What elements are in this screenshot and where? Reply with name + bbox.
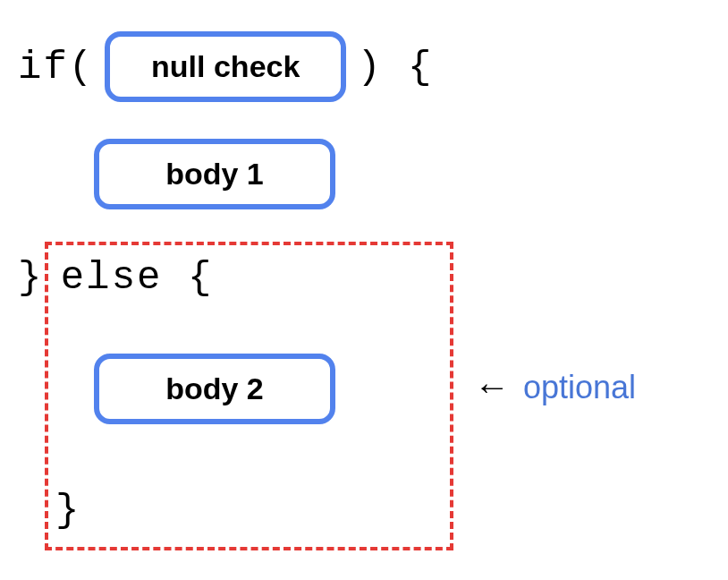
if-keyword: if( — [18, 45, 94, 90]
close-paren-open-brace: ) { — [357, 45, 433, 90]
optional-annotation: ← optional — [474, 367, 636, 407]
close-brace-before-else: } — [18, 255, 43, 300]
body2-pill: body 2 — [94, 354, 335, 424]
body1-pill: body 1 — [94, 139, 335, 209]
optional-label: optional — [523, 369, 636, 406]
arrow-left-icon: ← — [474, 367, 510, 407]
null-check-pill: null check — [105, 31, 346, 102]
final-close-brace: } — [55, 488, 80, 533]
